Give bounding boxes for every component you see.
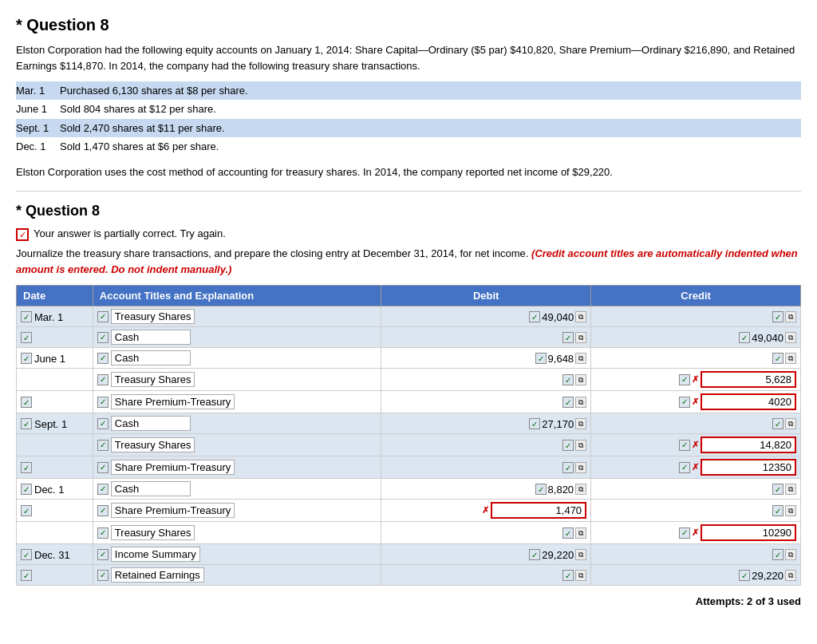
check-icon: ✓: [772, 484, 783, 495]
debit-cell: ✓ 9,648 ⧉: [381, 348, 591, 369]
col-header-debit: Debit: [381, 286, 591, 306]
credit-cell: ✓ ⧉: [591, 500, 801, 522]
copy-icon: ⧉: [575, 397, 586, 408]
check-icon: ✓: [679, 462, 690, 473]
check-icon: ✓: [772, 549, 783, 560]
check-icon: ✓: [21, 353, 32, 364]
account-label[interactable]: Share Premium-Treasury: [111, 394, 235, 409]
table-row: ✓ ✓ Share Premium-Treasury ✓ ⧉ ✓ ✗ 12350: [17, 456, 801, 479]
account-label[interactable]: Share Premium-Treasury: [111, 460, 235, 475]
debit-cell: ✓ ⧉: [381, 391, 591, 413]
account-label[interactable]: Cash: [111, 350, 191, 365]
error-icon: ✗: [692, 462, 699, 472]
error-icon: ✗: [692, 374, 699, 385]
account-label[interactable]: Treasury Shares: [111, 525, 195, 540]
credit-input-error[interactable]: 14,820: [701, 437, 796, 453]
check-icon: ✓: [739, 570, 750, 581]
copy-icon: ⧉: [785, 549, 796, 560]
credit-cell: ✓ ✗ 4020: [591, 391, 801, 413]
credit-cell: ✓ ⧉: [591, 479, 801, 500]
check-icon: ✓: [97, 549, 109, 560]
question-title2: * Question 8: [16, 203, 801, 219]
transaction-row: Sept. 1 Sold 2,470 shares at $11 per sha…: [16, 119, 801, 137]
account-cell: ✓ Treasury Shares: [93, 369, 381, 391]
table-row: ✓ ✓ Share Premium-Treasury ✓ ⧉ ✓ ✗ 4020: [17, 391, 801, 413]
debit-cell: ✓ 29,220 ⧉: [381, 544, 591, 565]
instruction-text: Journalize the treasury share transactio…: [16, 246, 801, 277]
copy-icon: ⧉: [575, 332, 586, 343]
check-icon: ✓: [21, 397, 32, 408]
credit-input-error[interactable]: 4020: [701, 393, 796, 410]
account-label[interactable]: Treasury Shares: [111, 309, 195, 324]
check-icon: ✓: [679, 527, 690, 539]
copy-icon: ⧉: [575, 418, 586, 429]
debit-cell: ✓ ⧉: [381, 565, 591, 586]
check-icon: ✓: [679, 397, 690, 408]
debit-cell: ✓ 27,170 ⧉: [381, 413, 591, 434]
debit-input-error[interactable]: 1,470: [491, 502, 586, 519]
copy-icon: ⧉: [785, 353, 796, 364]
debit-cell: ✓ 8,820 ⧉: [381, 479, 591, 500]
account-cell: ✓ Treasury Shares: [93, 434, 381, 456]
transaction-row: Dec. 1 Sold 1,470 shares at $6 per share…: [16, 137, 801, 156]
credit-value: 49,040: [752, 332, 783, 344]
date-cell: ✓: [17, 456, 93, 479]
copy-icon: ⧉: [575, 440, 586, 451]
check-icon: ✓: [97, 440, 109, 451]
check-icon: ✓: [562, 527, 574, 539]
check-icon: ✓: [529, 418, 540, 429]
table-row: ✓ Dec. 31 ✓ Income Summary ✓ 29,220 ⧉: [17, 544, 801, 565]
error-icon: ✗: [692, 527, 699, 538]
transaction-row: Mar. 1 Purchased 6,130 shares at $8 per …: [16, 81, 801, 100]
table-row: ✓ ✓ Cash ✓ ⧉ ✓ 49,040 ⧉: [17, 327, 801, 348]
credit-cell: ✓ 49,040 ⧉: [591, 327, 801, 348]
check-icon: ✓: [562, 440, 574, 451]
debit-value: 27,170: [542, 418, 574, 430]
account-label[interactable]: Retained Earnings: [111, 567, 204, 583]
debit-cell: ✓ ⧉: [381, 434, 591, 456]
copy-icon: ⧉: [575, 527, 586, 539]
account-label[interactable]: Cash: [111, 416, 191, 431]
check-icon: ✓: [739, 332, 750, 343]
check-icon: ✓: [21, 505, 32, 516]
copy-icon: ⧉: [785, 484, 796, 495]
journal-table: Date Account Titles and Explanation Debi…: [16, 285, 801, 586]
date-cell: ✓: [17, 391, 93, 413]
account-label[interactable]: Treasury Shares: [111, 437, 195, 452]
check-icon: ✓: [97, 418, 109, 429]
copy-icon: ⧉: [785, 332, 796, 343]
account-cell: ✓ Income Summary: [93, 544, 381, 565]
date-cell: [17, 369, 93, 391]
account-label[interactable]: Cash: [111, 330, 191, 345]
check-icon: ✓: [21, 570, 32, 581]
account-label[interactable]: Income Summary: [111, 547, 200, 562]
check-icon: ✓: [772, 418, 783, 429]
partial-correct-msg: Your answer is partially correct. Try ag…: [34, 227, 226, 239]
account-cell: ✓ Treasury Shares: [93, 522, 381, 544]
table-row: ✓ Sept. 1 ✓ Cash ✓ 27,170 ⧉ ✓: [17, 413, 801, 434]
check-icon: ✓: [21, 462, 32, 473]
check-icon: ✓: [772, 505, 783, 516]
credit-cell: ✓ ✗ 12350: [591, 456, 801, 479]
credit-input-error[interactable]: 12350: [701, 459, 796, 476]
copy-icon: ⧉: [785, 570, 796, 581]
copy-icon: ⧉: [785, 505, 796, 516]
check-icon: ✓: [679, 374, 690, 385]
attempts-text: Attempts: 2 of 3 used: [16, 595, 801, 607]
credit-input-error[interactable]: 5,628: [701, 371, 796, 388]
debit-cell: ✓ ⧉: [381, 327, 591, 348]
account-label[interactable]: Share Premium-Treasury: [111, 503, 235, 518]
debit-cell: ✓ ⧉: [381, 369, 591, 391]
col-header-credit: Credit: [591, 286, 801, 306]
account-label[interactable]: Treasury Shares: [111, 372, 195, 387]
table-row: ✓ Mar. 1 ✓ Treasury Shares ✓ 49,040 ⧉: [17, 306, 801, 327]
account-label[interactable]: Cash: [111, 481, 191, 496]
error-icon: ✗: [692, 440, 699, 450]
credit-input-error[interactable]: 10290: [701, 524, 796, 541]
check-icon: ✓: [97, 397, 109, 408]
credit-cell: ✓ ⧉: [591, 544, 801, 565]
error-icon: ✗: [692, 397, 699, 407]
credit-value: 29,220: [752, 570, 783, 582]
account-cell: ✓ Treasury Shares: [93, 306, 381, 327]
transaction-date: Sept. 1: [16, 119, 52, 137]
